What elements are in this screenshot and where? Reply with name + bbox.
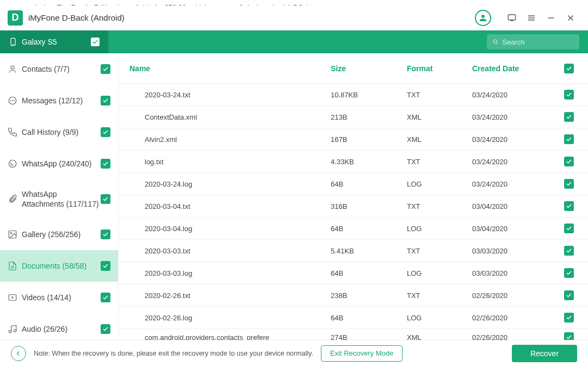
feedback-icon[interactable] — [502, 8, 522, 28]
row-checkbox[interactable] — [564, 134, 574, 144]
table-row[interactable]: 2020-03-04.txt316BTXT03/04/2020 — [119, 195, 588, 218]
table-row[interactable]: 2020-03-24.log64BLOG03/24/2020 — [119, 173, 588, 195]
footer: Note: When the recovery is done, please … — [0, 340, 588, 366]
sidebar-item-checkbox[interactable] — [101, 96, 110, 106]
search-box[interactable] — [487, 34, 579, 49]
exit-recovery-button[interactable]: Exit Recovery Mode — [321, 345, 403, 362]
sidebar-item-documents[interactable]: Documents (58/58) — [0, 250, 118, 282]
search-icon — [492, 38, 499, 46]
cell-size: 64B — [331, 269, 407, 277]
svg-point-11 — [11, 66, 14, 69]
row-checkbox[interactable] — [564, 246, 574, 256]
sidebar-item-checkbox[interactable] — [101, 64, 110, 74]
table-row[interactable]: ContextData.xml213BXML03/24/2020 — [119, 106, 588, 128]
app-title: iMyFone D-Back (Android) — [28, 13, 125, 22]
cell-size: 238B — [331, 291, 407, 300]
app-logo: D — [8, 10, 23, 26]
cell-size: 213B — [331, 113, 407, 121]
table-row[interactable]: log.txt4.33KBTXT03/24/2020 — [119, 151, 588, 173]
sidebar-item-checkbox[interactable] — [101, 324, 110, 334]
cell-size: 167B — [331, 135, 407, 144]
cell-name: 2020-03-03.log — [129, 269, 331, 277]
sidebar-item-callhistory[interactable]: Call History (9/9) — [0, 116, 118, 148]
sidebar-item-whatsapp[interactable]: WhatsApp (240/240) — [0, 148, 118, 179]
header-format[interactable]: Format — [407, 64, 472, 73]
sidebar-item-attachment[interactable]: WhatsApp Attachments (117/117) — [0, 179, 118, 219]
titlebar: D iMyFone D-Back (Android) — [0, 5, 588, 30]
cell-date: 03/24/2020 — [472, 135, 554, 144]
device-bar: Galaxy S5 — [0, 30, 588, 53]
table-row[interactable]: Alvin2.xml167BXML03/24/2020 — [119, 128, 588, 151]
phone-icon — [9, 38, 17, 46]
device-chip[interactable]: Galaxy S5 — [0, 30, 109, 53]
table-row[interactable]: 2020-03-24.txt10.87KBTXT03/24/2020 — [119, 84, 588, 106]
sidebar-item-checkbox[interactable] — [101, 293, 110, 302]
row-checkbox[interactable] — [564, 112, 574, 122]
table-row[interactable]: 2020-03-03.log64BLOG03/03/2020 — [119, 262, 588, 284]
sidebar-item-messages[interactable]: Messages (12/12) — [0, 85, 118, 116]
documents-icon — [8, 261, 17, 271]
header-date[interactable]: Created Date — [472, 64, 554, 73]
account-icon[interactable] — [475, 10, 491, 26]
sidebar-item-label: Audio (26/26) — [22, 324, 101, 334]
cell-size: 64B — [331, 314, 407, 322]
sidebar: Contacts (7/7)Messages (12/12)Call Histo… — [0, 53, 119, 340]
minimize-icon[interactable] — [541, 8, 561, 28]
recover-button[interactable]: Recover — [512, 345, 577, 362]
sidebar-item-checkbox[interactable] — [101, 229, 110, 239]
row-checkbox[interactable] — [564, 268, 574, 278]
table-row[interactable]: 2020-02-26.txt238BTXT02/26/2020 — [119, 284, 588, 307]
sidebar-item-checkbox[interactable] — [101, 127, 110, 137]
menu-icon[interactable] — [522, 8, 541, 28]
sidebar-item-checkbox[interactable] — [101, 159, 110, 169]
sidebar-item-label: Contacts (7/7) — [22, 64, 101, 74]
cell-size: 4.33KB — [331, 158, 407, 166]
back-button[interactable] — [11, 346, 26, 361]
cell-size: 274B — [331, 333, 407, 340]
sidebar-item-checkbox[interactable] — [101, 261, 110, 271]
attachment-icon — [8, 194, 17, 204]
table-row[interactable]: com.android.providers.contacts_prefere27… — [119, 329, 588, 340]
table-row[interactable]: 2020-03-03.txt5.41KBTXT03/03/2020 — [119, 240, 588, 262]
row-checkbox[interactable] — [564, 179, 574, 189]
sidebar-item-videos[interactable]: Videos (14/14) — [0, 282, 118, 313]
sidebar-item-gallery[interactable]: Gallery (256/256) — [0, 219, 118, 250]
row-checkbox[interactable] — [564, 290, 574, 300]
sidebar-item-contacts[interactable]: Contacts (7/7) — [0, 53, 118, 85]
sidebar-item-label: Call History (9/9) — [22, 127, 101, 137]
row-checkbox[interactable] — [564, 157, 574, 166]
cell-format: XML — [407, 333, 472, 340]
row-checkbox[interactable] — [564, 224, 574, 233]
cell-name: 2020-02-26.txt — [129, 291, 331, 300]
table-row[interactable]: 2020-03-04.log64BLOG03/04/2020 — [119, 218, 588, 240]
svg-point-18 — [10, 232, 11, 233]
svg-point-16 — [9, 160, 16, 168]
cell-name: log.txt — [129, 158, 331, 166]
close-icon[interactable] — [561, 8, 580, 28]
table-row[interactable]: 2020-02-26.log64BLOG02/26/2020 — [119, 307, 588, 329]
cell-date: 03/24/2020 — [472, 113, 554, 121]
cell-date: 03/03/2020 — [472, 247, 554, 255]
header-name[interactable]: Name — [129, 64, 331, 73]
row-checkbox[interactable] — [564, 313, 574, 322]
table-body: 2020-03-24.txt10.87KBTXT03/24/2020Contex… — [119, 84, 588, 340]
cell-date: 03/04/2020 — [472, 225, 554, 233]
header-size[interactable]: Size — [331, 64, 407, 73]
search-input[interactable] — [502, 38, 574, 46]
cell-date: 03/24/2020 — [472, 91, 554, 99]
sidebar-item-checkbox[interactable] — [101, 194, 110, 204]
row-checkbox[interactable] — [564, 332, 574, 340]
cell-format: XML — [407, 135, 472, 144]
cell-name: 2020-03-24.log — [129, 180, 331, 188]
cell-date: 02/26/2020 — [472, 291, 554, 300]
cell-format: LOG — [407, 314, 472, 322]
select-all-checkbox[interactable] — [564, 64, 574, 73]
cell-name: 2020-03-04.txt — [129, 202, 331, 210]
cell-format: TXT — [407, 91, 472, 99]
sidebar-item-audio[interactable]: Audio (26/26) — [0, 313, 118, 340]
cell-name: 2020-02-26.log — [129, 314, 331, 322]
row-checkbox[interactable] — [564, 90, 574, 100]
cell-format: LOG — [407, 180, 472, 188]
row-checkbox[interactable] — [564, 201, 574, 211]
videos-icon — [8, 293, 17, 302]
